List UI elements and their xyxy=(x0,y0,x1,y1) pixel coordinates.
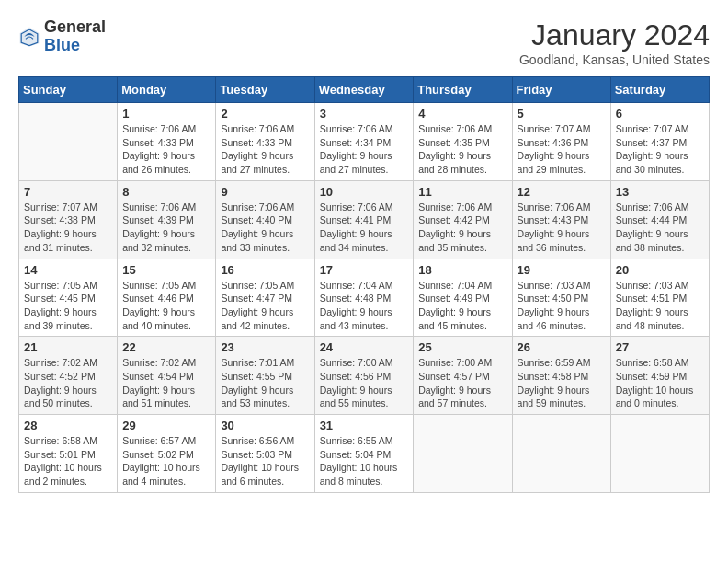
day-number: 5 xyxy=(518,107,606,121)
day-number: 12 xyxy=(518,185,606,199)
calendar-cell: 31Sunrise: 6:55 AM Sunset: 5:04 PM Dayli… xyxy=(314,415,414,493)
calendar-table: SundayMondayTuesdayWednesdayThursdayFrid… xyxy=(18,76,710,493)
day-number: 22 xyxy=(122,340,210,354)
day-header-monday: Monday xyxy=(118,77,216,103)
calendar-cell: 23Sunrise: 7:01 AM Sunset: 4:55 PM Dayli… xyxy=(216,337,314,415)
day-info: Sunrise: 7:03 AM Sunset: 4:51 PM Dayligh… xyxy=(616,279,704,333)
day-number: 28 xyxy=(24,419,112,432)
month-title: January 2024 xyxy=(519,18,710,52)
calendar-cell: 7Sunrise: 7:07 AM Sunset: 4:38 PM Daylig… xyxy=(19,180,118,259)
day-header-tuesday: Tuesday xyxy=(216,77,314,103)
day-info: Sunrise: 6:58 AM Sunset: 4:59 PM Dayligh… xyxy=(616,356,704,410)
day-info: Sunrise: 7:00 AM Sunset: 4:57 PM Dayligh… xyxy=(418,356,506,410)
title-block: January 2024 Goodland, Kansas, United St… xyxy=(519,18,710,67)
day-info: Sunrise: 7:05 AM Sunset: 4:46 PM Dayligh… xyxy=(122,279,210,333)
day-info: Sunrise: 7:01 AM Sunset: 4:55 PM Dayligh… xyxy=(221,356,309,410)
calendar-cell: 24Sunrise: 7:00 AM Sunset: 4:56 PM Dayli… xyxy=(314,337,414,415)
day-number: 26 xyxy=(518,340,606,354)
day-info: Sunrise: 6:59 AM Sunset: 4:58 PM Dayligh… xyxy=(518,356,606,410)
location-subtitle: Goodland, Kansas, United States xyxy=(519,52,710,67)
calendar-cell xyxy=(19,103,118,181)
day-info: Sunrise: 7:06 AM Sunset: 4:35 PM Dayligh… xyxy=(418,122,506,177)
calendar-cell: 21Sunrise: 7:02 AM Sunset: 4:52 PM Dayli… xyxy=(19,337,118,415)
day-header-thursday: Thursday xyxy=(414,77,512,103)
day-info: Sunrise: 7:00 AM Sunset: 4:56 PM Dayligh… xyxy=(320,356,409,410)
day-info: Sunrise: 6:55 AM Sunset: 5:04 PM Dayligh… xyxy=(320,434,409,488)
day-info: Sunrise: 7:07 AM Sunset: 4:37 PM Dayligh… xyxy=(616,122,704,177)
logo: General Blue xyxy=(18,18,106,55)
calendar-cell: 4Sunrise: 7:06 AM Sunset: 4:35 PM Daylig… xyxy=(414,103,512,181)
day-info: Sunrise: 7:06 AM Sunset: 4:43 PM Dayligh… xyxy=(518,201,606,255)
day-info: Sunrise: 7:02 AM Sunset: 4:54 PM Dayligh… xyxy=(122,356,210,410)
calendar-cell: 11Sunrise: 7:06 AM Sunset: 4:42 PM Dayli… xyxy=(414,180,512,259)
header-row: SundayMondayTuesdayWednesdayThursdayFrid… xyxy=(19,77,710,103)
day-info: Sunrise: 7:06 AM Sunset: 4:33 PM Dayligh… xyxy=(221,122,309,177)
calendar-cell: 6Sunrise: 7:07 AM Sunset: 4:37 PM Daylig… xyxy=(610,103,709,181)
day-header-wednesday: Wednesday xyxy=(314,77,414,103)
calendar-cell: 3Sunrise: 7:06 AM Sunset: 4:34 PM Daylig… xyxy=(314,103,414,181)
calendar-cell: 5Sunrise: 7:07 AM Sunset: 4:36 PM Daylig… xyxy=(512,103,610,181)
day-number: 8 xyxy=(122,185,210,199)
day-number: 31 xyxy=(320,419,409,432)
calendar-cell: 22Sunrise: 7:02 AM Sunset: 4:54 PM Dayli… xyxy=(118,337,216,415)
calendar-cell xyxy=(414,415,512,493)
day-number: 24 xyxy=(320,340,409,354)
day-info: Sunrise: 7:04 AM Sunset: 4:48 PM Dayligh… xyxy=(320,279,409,333)
day-info: Sunrise: 7:07 AM Sunset: 4:38 PM Dayligh… xyxy=(24,201,112,255)
day-number: 1 xyxy=(122,107,210,121)
day-number: 16 xyxy=(221,263,309,277)
day-info: Sunrise: 6:57 AM Sunset: 5:02 PM Dayligh… xyxy=(122,434,210,488)
calendar-cell: 8Sunrise: 7:06 AM Sunset: 4:39 PM Daylig… xyxy=(118,180,216,259)
calendar-cell: 19Sunrise: 7:03 AM Sunset: 4:50 PM Dayli… xyxy=(512,259,610,337)
day-number: 20 xyxy=(616,263,704,277)
day-number: 19 xyxy=(518,263,606,277)
day-number: 23 xyxy=(221,340,309,354)
day-info: Sunrise: 7:06 AM Sunset: 4:33 PM Dayligh… xyxy=(122,122,210,177)
calendar-cell: 26Sunrise: 6:59 AM Sunset: 4:58 PM Dayli… xyxy=(512,337,610,415)
day-info: Sunrise: 7:06 AM Sunset: 4:39 PM Dayligh… xyxy=(122,201,210,255)
logo-icon xyxy=(18,26,40,48)
day-number: 9 xyxy=(221,185,309,199)
day-number: 17 xyxy=(320,263,409,277)
day-number: 6 xyxy=(616,107,704,121)
day-number: 13 xyxy=(616,185,704,199)
day-number: 30 xyxy=(221,419,309,432)
day-info: Sunrise: 7:06 AM Sunset: 4:42 PM Dayligh… xyxy=(418,201,506,255)
day-info: Sunrise: 7:07 AM Sunset: 4:36 PM Dayligh… xyxy=(518,122,606,177)
week-row: 14Sunrise: 7:05 AM Sunset: 4:45 PM Dayli… xyxy=(19,259,710,337)
day-number: 3 xyxy=(320,107,409,121)
day-info: Sunrise: 7:03 AM Sunset: 4:50 PM Dayligh… xyxy=(518,279,606,333)
week-row: 7Sunrise: 7:07 AM Sunset: 4:38 PM Daylig… xyxy=(19,180,710,259)
day-info: Sunrise: 7:06 AM Sunset: 4:41 PM Dayligh… xyxy=(320,201,409,255)
day-number: 7 xyxy=(24,185,112,199)
day-info: Sunrise: 7:06 AM Sunset: 4:40 PM Dayligh… xyxy=(221,201,309,255)
day-info: Sunrise: 7:04 AM Sunset: 4:49 PM Dayligh… xyxy=(418,279,506,333)
week-row: 1Sunrise: 7:06 AM Sunset: 4:33 PM Daylig… xyxy=(19,103,710,181)
calendar-cell: 28Sunrise: 6:58 AM Sunset: 5:01 PM Dayli… xyxy=(19,415,118,493)
day-number: 4 xyxy=(418,107,506,121)
calendar-cell: 17Sunrise: 7:04 AM Sunset: 4:48 PM Dayli… xyxy=(314,259,414,337)
day-number: 14 xyxy=(24,263,112,277)
day-header-friday: Friday xyxy=(512,77,610,103)
day-number: 2 xyxy=(221,107,309,121)
day-number: 29 xyxy=(122,419,210,432)
day-info: Sunrise: 7:05 AM Sunset: 4:45 PM Dayligh… xyxy=(24,279,112,333)
day-number: 18 xyxy=(418,263,506,277)
day-number: 27 xyxy=(616,340,704,354)
logo-line2: Blue xyxy=(44,37,106,55)
calendar-cell: 14Sunrise: 7:05 AM Sunset: 4:45 PM Dayli… xyxy=(19,259,118,337)
day-number: 10 xyxy=(320,185,409,199)
page-header: General Blue January 2024 Goodland, Kans… xyxy=(18,18,710,67)
day-info: Sunrise: 6:58 AM Sunset: 5:01 PM Dayligh… xyxy=(24,434,112,488)
calendar-cell: 30Sunrise: 6:56 AM Sunset: 5:03 PM Dayli… xyxy=(216,415,314,493)
calendar-cell: 20Sunrise: 7:03 AM Sunset: 4:51 PM Dayli… xyxy=(610,259,709,337)
day-number: 11 xyxy=(418,185,506,199)
day-header-sunday: Sunday xyxy=(19,77,118,103)
calendar-cell: 18Sunrise: 7:04 AM Sunset: 4:49 PM Dayli… xyxy=(414,259,512,337)
calendar-cell: 25Sunrise: 7:00 AM Sunset: 4:57 PM Dayli… xyxy=(414,337,512,415)
week-row: 28Sunrise: 6:58 AM Sunset: 5:01 PM Dayli… xyxy=(19,415,710,493)
calendar-cell xyxy=(610,415,709,493)
day-info: Sunrise: 7:06 AM Sunset: 4:44 PM Dayligh… xyxy=(616,201,704,255)
week-row: 21Sunrise: 7:02 AM Sunset: 4:52 PM Dayli… xyxy=(19,337,710,415)
day-info: Sunrise: 7:05 AM Sunset: 4:47 PM Dayligh… xyxy=(221,279,309,333)
